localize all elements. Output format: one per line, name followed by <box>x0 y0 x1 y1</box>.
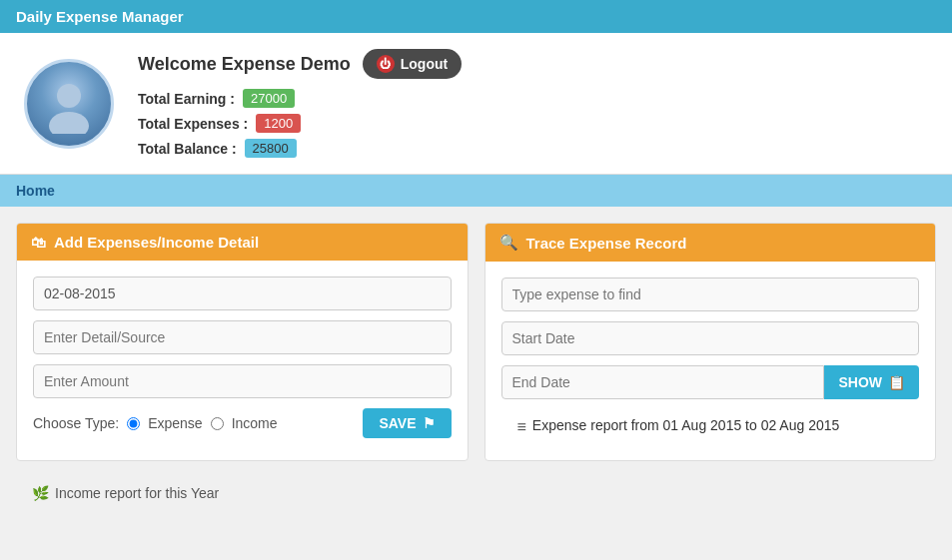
start-date-input[interactable] <box>501 321 920 355</box>
expense-label: Expense <box>148 415 202 431</box>
report-description: Expense report from 01 Aug 2015 to 02 Au… <box>532 417 839 433</box>
total-expenses-label: Total Expenses : <box>138 116 248 132</box>
logout-label: Logout <box>401 56 448 72</box>
welcome-text: Welcome Expense Demo <box>138 54 351 75</box>
total-balance-row: Total Balance : 25800 <box>138 139 462 158</box>
total-expenses-row: Total Expenses : 1200 <box>138 114 462 133</box>
income-report-section: 🌿 Income report for this Year <box>16 477 469 509</box>
save-button[interactable]: SAVE ⚑ <box>363 408 451 438</box>
leaf-icon: 🌿 <box>32 485 49 501</box>
total-expenses-value: 1200 <box>256 114 301 133</box>
trace-panel-header: 🔍 Trace Expense Record <box>485 224 936 262</box>
add-expense-panel: 🛍 Add Expenses/Income Detail Choose Type… <box>16 223 469 461</box>
profile-info: Welcome Expense Demo ⏻ Logout Total Earn… <box>138 49 462 158</box>
app-header: Daily Expense Manager <box>0 0 952 33</box>
add-expense-panel-header: 🛍 Add Expenses/Income Detail <box>17 224 468 261</box>
nav-bar: Home <box>0 175 952 207</box>
total-balance-value: 25800 <box>245 139 297 158</box>
end-date-row: SHOW 📋 <box>501 365 920 399</box>
income-report-label: Income report for this Year <box>55 485 219 501</box>
svg-point-1 <box>49 112 89 134</box>
expense-report-text: ≡ Expense report from 01 Aug 2015 to 02 … <box>501 409 920 444</box>
income-radio[interactable] <box>211 417 224 430</box>
total-earning-label: Total Earning : <box>138 91 235 107</box>
list-icon: ≡ <box>517 418 526 436</box>
trace-panel-title: Trace Expense Record <box>526 235 687 252</box>
nav-home-link[interactable]: Home <box>16 183 55 199</box>
search-icon: 🔍 <box>499 234 518 252</box>
income-label: Income <box>232 415 278 431</box>
show-icon: 📋 <box>888 374 905 390</box>
total-earning-row: Total Earning : 27000 <box>138 89 462 108</box>
expense-radio[interactable] <box>127 417 140 430</box>
total-earning-value: 27000 <box>243 89 295 108</box>
svg-point-0 <box>57 84 81 108</box>
radio-row: Choose Type: Expense Income <box>33 415 278 431</box>
amount-input[interactable] <box>33 364 452 398</box>
add-expense-panel-body: Choose Type: Expense Income SAVE ⚑ <box>17 261 468 454</box>
logout-button[interactable]: ⏻ Logout <box>363 49 462 79</box>
add-icon: 🛍 <box>31 234 46 251</box>
welcome-row: Welcome Expense Demo ⏻ Logout <box>138 49 462 79</box>
total-balance-label: Total Balance : <box>138 141 237 157</box>
app-title: Daily Expense Manager <box>16 8 184 25</box>
right-bottom-section <box>484 477 937 509</box>
income-report-text: 🌿 Income report for this Year <box>16 477 469 509</box>
logout-icon: ⏻ <box>377 55 395 73</box>
avatar <box>24 59 114 149</box>
expense-search-input[interactable] <box>501 278 920 311</box>
date-input[interactable] <box>33 277 452 310</box>
choose-type-label: Choose Type: <box>33 415 119 431</box>
save-icon: ⚑ <box>423 415 436 431</box>
add-panel-title: Add Expenses/Income Detail <box>54 234 259 251</box>
detail-input[interactable] <box>33 320 452 354</box>
trace-panel-body: SHOW 📋 ≡ Expense report from 01 Aug 2015… <box>485 262 936 460</box>
save-label: SAVE <box>379 415 416 431</box>
trace-expense-panel: 🔍 Trace Expense Record SHOW 📋 ≡ Expense … <box>484 223 937 461</box>
show-label: SHOW <box>838 374 882 390</box>
type-save-row: Choose Type: Expense Income SAVE ⚑ <box>33 408 452 438</box>
show-button[interactable]: SHOW 📋 <box>824 365 919 399</box>
bottom-section: 🌿 Income report for this Year <box>0 477 952 525</box>
profile-section: Welcome Expense Demo ⏻ Logout Total Earn… <box>0 33 952 175</box>
end-date-input[interactable] <box>501 365 825 399</box>
main-content: 🛍 Add Expenses/Income Detail Choose Type… <box>0 207 952 477</box>
